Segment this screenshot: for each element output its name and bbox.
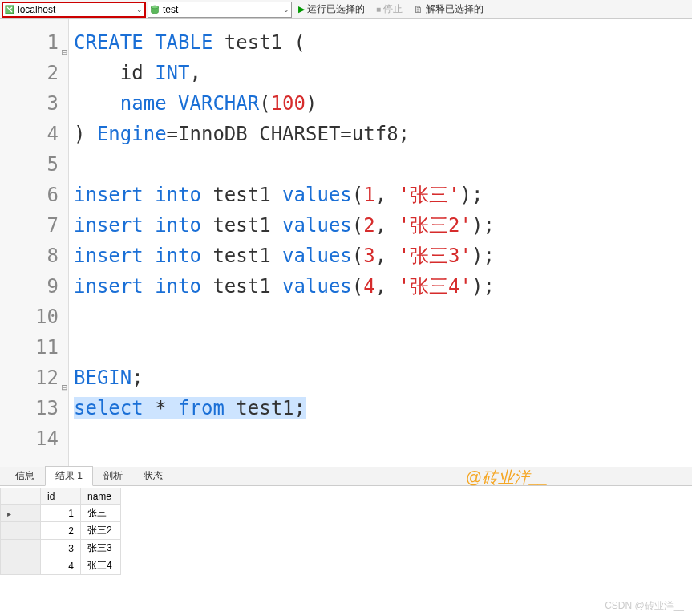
chevron-down-icon: ⌄ [136, 6, 143, 14]
svg-point-2 [152, 6, 159, 9]
code-line[interactable] [74, 149, 692, 180]
row-indicator-header [1, 488, 41, 505]
line-number: 13 [0, 393, 68, 424]
explain-selected-label: 解释已选择的 [426, 2, 484, 16]
database-label: test [163, 4, 178, 15]
code-line[interactable] [74, 332, 692, 363]
cell-id[interactable]: 2 [41, 522, 81, 540]
row-indicator [1, 540, 41, 557]
tab-profile[interactable]: 剖析 [93, 466, 133, 485]
cell-id[interactable]: 1 [41, 505, 81, 522]
table-row[interactable]: 2张三2 [1, 522, 121, 540]
sql-editor[interactable]: 1⊟23456789101112⊟1314 CREATE TABLE test1… [0, 19, 692, 467]
database-icon [150, 5, 160, 14]
code-line[interactable]: insert into test1 values(3, '张三3'); [74, 241, 692, 271]
cell-name[interactable]: 张三4 [81, 557, 121, 575]
row-indicator [1, 522, 41, 540]
explain-selected-button[interactable]: 🗎 解释已选择的 [409, 2, 488, 18]
table-row[interactable]: 3张三3 [1, 540, 121, 557]
chevron-down-icon: ⌄ [283, 6, 289, 14]
code-line[interactable] [74, 424, 692, 454]
row-indicator [1, 505, 41, 522]
cell-id[interactable]: 4 [41, 557, 81, 575]
table-row[interactable]: 1张三 [1, 505, 121, 522]
line-number: 5 [0, 149, 68, 180]
code-line[interactable]: name VARCHAR(100) [74, 88, 692, 119]
result-grid[interactable]: id name 1张三2张三23张三34张三4 [0, 488, 121, 575]
code-line[interactable]: insert into test1 values(1, '张三'); [74, 180, 692, 210]
line-number: 2 [0, 58, 68, 88]
code-line[interactable]: ) Engine=InnoDB CHARSET=utf8; [74, 119, 692, 149]
line-number: 8 [0, 241, 68, 271]
run-selected-button[interactable]: ▶ 运行已选择的 [293, 2, 370, 18]
cell-name[interactable]: 张三 [81, 505, 121, 522]
cell-name[interactable]: 张三3 [81, 540, 121, 557]
code-line[interactable]: CREATE TABLE test1 ( [74, 27, 692, 58]
line-number: 11 [0, 332, 68, 363]
tab-result-1[interactable]: 结果 1 [45, 466, 93, 486]
line-number: 1⊟ [0, 27, 68, 58]
line-number: 4 [0, 119, 68, 149]
line-number: 7 [0, 210, 68, 241]
connection-icon [5, 5, 14, 14]
column-header-id[interactable]: id [41, 488, 81, 505]
line-number: 14 [0, 424, 68, 454]
explain-icon: 🗎 [414, 4, 423, 15]
line-number: 9 [0, 271, 68, 302]
result-tabs: 信息 结果 1 剖析 状态 [0, 467, 692, 486]
play-icon: ▶ [298, 4, 305, 14]
row-indicator [1, 557, 41, 575]
line-number: 6 [0, 180, 68, 210]
run-selected-label: 运行已选择的 [307, 2, 365, 16]
database-combo[interactable]: test ⌄ [148, 2, 292, 18]
code-line[interactable]: select * from test1; [74, 393, 692, 424]
cell-id[interactable]: 3 [41, 540, 81, 557]
line-number: 3 [0, 88, 68, 119]
line-number: 10 [0, 302, 68, 332]
watermark: @砖业洋__ [465, 467, 548, 488]
watermark-footer: CSDN @砖业洋__ [605, 599, 684, 613]
code-line[interactable]: insert into test1 values(4, '张三4'); [74, 271, 692, 302]
column-header-name[interactable]: name [81, 488, 121, 505]
stop-icon: ■ [376, 5, 381, 14]
connection-label: localhost [18, 4, 55, 15]
code-area[interactable]: CREATE TABLE test1 ( id INT, name VARCHA… [69, 19, 692, 467]
line-number: 12⊟ [0, 363, 68, 393]
cell-name[interactable]: 张三2 [81, 522, 121, 540]
tab-info[interactable]: 信息 [5, 466, 45, 485]
code-line[interactable] [74, 302, 692, 332]
toolbar: localhost ⌄ test ⌄ ▶ 运行已选择的 ■ 停止 🗎 解释已选择… [0, 0, 692, 19]
stop-label: 停止 [383, 2, 403, 16]
tab-status[interactable]: 状态 [133, 466, 173, 485]
connection-combo[interactable]: localhost ⌄ [2, 2, 146, 18]
code-line[interactable]: BEGIN; [74, 363, 692, 393]
line-gutter: 1⊟23456789101112⊟1314 [0, 19, 69, 467]
table-row[interactable]: 4张三4 [1, 557, 121, 575]
stop-button[interactable]: ■ 停止 [371, 2, 407, 18]
code-line[interactable]: insert into test1 values(2, '张三2'); [74, 210, 692, 241]
code-line[interactable]: id INT, [74, 58, 692, 88]
